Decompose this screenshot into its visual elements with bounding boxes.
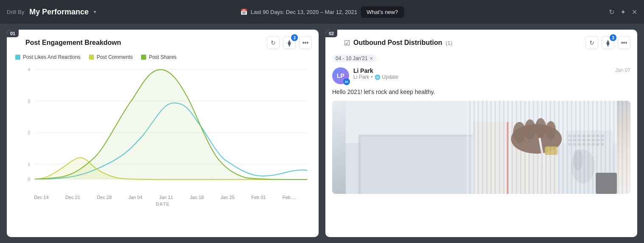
post-page: Li Park: [353, 74, 369, 80]
svg-rect-24: [568, 135, 572, 137]
svg-rect-47: [601, 143, 604, 146]
date-filter-text: 04 - 10 Jan'21: [336, 55, 368, 61]
post-date: Jan 07: [615, 67, 630, 73]
svg-rect-50: [596, 173, 617, 194]
x-axis-labels: Dec 14 Dec 21 Dec 28 Jan 04 Jan 11 Jan 1…: [14, 192, 312, 200]
more-button-2[interactable]: •••: [618, 36, 630, 49]
svg-rect-43: [582, 143, 586, 146]
title-chevron-icon[interactable]: ▾: [94, 9, 96, 15]
svg-rect-26: [577, 135, 581, 137]
outbound-post-card: 02 ☑ Outbound Post Distribution (1) ↻ ⧫ …: [325, 30, 637, 237]
card1-actions: ↻ ⧫ 3 •••: [267, 36, 312, 49]
post-engagement-card: 01 Post Engagement Breakdown ↻ ⧫ 3 ••• P…: [7, 30, 319, 237]
svg-point-20: [546, 121, 556, 140]
avatar-initials: LP: [337, 72, 344, 79]
svg-point-48: [571, 149, 595, 183]
svg-rect-27: [582, 135, 586, 137]
chart-legend: Post Likes And Reactions Post Comments P…: [14, 54, 312, 60]
page-title: My Performance: [29, 8, 89, 17]
date-filter-tag: 04 - 10 Jan'21 ✕: [332, 54, 630, 67]
legend-item-comments: Post Comments: [89, 54, 133, 60]
x-label-6: Jan 25: [220, 195, 234, 200]
calendar-icon: 📅: [240, 8, 247, 15]
bullet: •: [371, 74, 372, 80]
svg-text:0: 0: [28, 177, 30, 182]
date-range-text: Last 90 Days: Dec 13, 2020 – Mar 12, 202…: [251, 9, 358, 15]
svg-rect-34: [577, 139, 581, 141]
filter-button[interactable]: ⧫ 3: [283, 36, 296, 49]
legend-dot-shares: [141, 55, 146, 60]
date-filter-close[interactable]: ✕: [369, 56, 373, 61]
legend-label-likes: Post Likes And Reactions: [23, 54, 80, 60]
svg-text:4: 4: [28, 67, 30, 72]
svg-rect-41: [573, 143, 576, 146]
post-meta: LP in Li Park Li Park • 🌐 Update Jan 07: [332, 67, 630, 84]
whats-new-button[interactable]: What's new?: [361, 6, 404, 18]
drill-by-label: Drill By: [7, 9, 24, 15]
refresh-icon[interactable]: ↻: [609, 8, 614, 16]
legend-label-comments: Post Comments: [97, 54, 133, 60]
post-author: Li Park: [353, 67, 611, 74]
post-image: [332, 101, 630, 194]
svg-rect-21: [539, 138, 547, 171]
x-label-1: Dec 21: [65, 195, 80, 200]
card2-title-badge: (1): [446, 40, 452, 46]
chart-svg: 4 3 2 1 0: [14, 65, 312, 192]
post-image-svg: [332, 101, 630, 194]
engagement-chart: 4 3 2 1 0: [14, 65, 312, 192]
topbar: Drill By My Performance ▾ 📅 Last 90 Days…: [0, 0, 644, 24]
svg-point-16: [511, 124, 562, 154]
x-label-0: Dec 14: [34, 195, 49, 200]
card2-header: ☑ Outbound Post Distribution (1) ↻ ⧫ 3 •…: [332, 36, 630, 49]
svg-rect-22: [545, 146, 558, 155]
avatar: LP in: [332, 67, 349, 84]
close-icon[interactable]: ✕: [632, 8, 637, 16]
svg-rect-32: [568, 139, 572, 141]
svg-rect-40: [568, 143, 572, 146]
svg-rect-13: [361, 137, 475, 194]
svg-point-19: [535, 118, 546, 138]
svg-rect-29: [591, 135, 595, 137]
svg-rect-44: [587, 143, 590, 146]
card1-title: Post Engagement Breakdown: [25, 39, 121, 47]
legend-dot-comments: [89, 55, 94, 60]
checkbox-icon: ☑: [344, 39, 350, 47]
x-label-4: Jan 11: [159, 195, 173, 200]
x-label-2: Dec 28: [97, 195, 112, 200]
more-button[interactable]: •••: [299, 36, 312, 49]
legend-dot-likes: [15, 55, 20, 60]
star-icon[interactable]: ✦: [620, 8, 626, 16]
filter-badge: 3: [291, 34, 298, 41]
card1-header: Post Engagement Breakdown ↻ ⧫ 3 •••: [14, 36, 312, 49]
card2-title-row: ☑ Outbound Post Distribution (1): [344, 39, 452, 47]
x-label-5: Jan 18: [190, 195, 204, 200]
filter-button-2[interactable]: ⧫ 3: [602, 36, 614, 49]
avatar-badge: in: [343, 78, 350, 85]
x-label-7: Feb 01: [251, 195, 266, 200]
post-type: Update: [382, 74, 399, 80]
content-area: 01 Post Engagement Breakdown ↻ ⧫ 3 ••• P…: [0, 24, 644, 243]
svg-point-17: [513, 122, 526, 143]
svg-rect-45: [591, 143, 595, 146]
svg-rect-37: [591, 139, 595, 141]
svg-text:2: 2: [28, 130, 30, 135]
svg-text:3: 3: [28, 99, 30, 104]
svg-rect-46: [596, 143, 600, 146]
svg-point-18: [525, 119, 536, 140]
svg-rect-39: [601, 139, 604, 141]
svg-rect-31: [601, 135, 604, 137]
svg-point-49: [573, 149, 583, 171]
svg-rect-28: [587, 135, 590, 137]
svg-rect-35: [582, 139, 586, 141]
post-text: Hello 2021! let's rock and keep healthy.: [332, 88, 630, 97]
post-info: Li Park Li Park • 🌐 Update: [353, 67, 611, 80]
svg-rect-15: [507, 122, 508, 194]
svg-rect-23: [566, 130, 613, 190]
refresh-button-2[interactable]: ↻: [586, 36, 598, 49]
card-number-1: 01: [7, 30, 19, 37]
card2-actions: ↻ ⧫ 3 •••: [586, 36, 630, 49]
x-axis-title: DATE: [14, 202, 312, 207]
refresh-button[interactable]: ↻: [267, 36, 280, 49]
legend-item-likes: Post Likes And Reactions: [15, 54, 80, 60]
topbar-actions: ↻ ✦ ✕: [609, 8, 637, 16]
